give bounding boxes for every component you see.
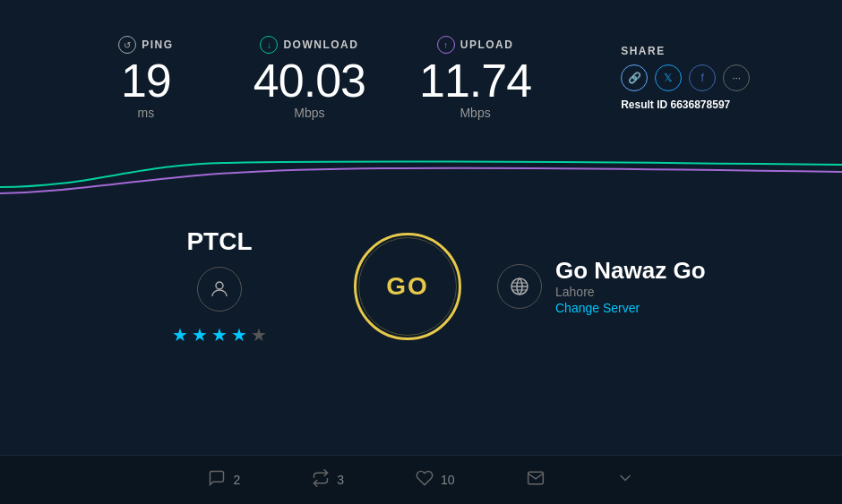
stats-section: ↺ PING 19 ms ↓ DOWNLOAD 40.03 Mbps ↑ UPL…	[0, 0, 842, 138]
ping-stat: ↺ PING 19 ms	[92, 36, 200, 120]
svg-point-0	[216, 282, 223, 289]
like-count: 10	[441, 473, 455, 487]
ping-header: ↺ PING	[118, 36, 173, 54]
go-button[interactable]: GO	[354, 233, 461, 340]
bottom-section: PTCL ★ ★ ★ ★ ★ GO	[0, 227, 842, 346]
isp-side: PTCL ★ ★ ★ ★ ★	[121, 227, 318, 346]
comment-count: 2	[233, 473, 240, 487]
mail-button[interactable]	[527, 469, 545, 491]
globe-icon	[497, 264, 542, 309]
like-button[interactable]: 10	[416, 469, 455, 491]
comment-button[interactable]: 2	[208, 469, 240, 491]
ping-value: 19	[121, 57, 171, 104]
retweet-button[interactable]: 3	[312, 469, 344, 491]
share-twitter-button[interactable]: 𝕏	[655, 64, 682, 91]
wave-svg	[0, 147, 842, 201]
server-info: Go Nawaz Go Lahore Change Server	[555, 258, 706, 316]
download-unit: Mbps	[294, 106, 324, 120]
ping-label: PING	[142, 38, 173, 51]
server-name: Go Nawaz Go	[555, 258, 706, 284]
upload-stat: ↑ UPLOAD 11.74 Mbps	[419, 36, 531, 120]
star-5: ★	[251, 324, 267, 346]
retweet-count: 3	[337, 473, 344, 487]
go-button-container: GO	[354, 233, 461, 340]
share-icons: 🔗 𝕏 f ···	[621, 64, 750, 91]
share-facebook-button[interactable]: f	[689, 64, 716, 91]
share-label: SHARE	[621, 45, 666, 57]
upload-unit: Mbps	[460, 106, 490, 120]
share-link-button[interactable]: 🔗	[621, 64, 648, 91]
chevron-down-icon	[616, 469, 634, 491]
server-location: Lahore	[555, 285, 706, 299]
wave-container	[0, 147, 842, 201]
star-4: ★	[231, 324, 247, 346]
download-stat: ↓ DOWNLOAD 40.03 Mbps	[253, 36, 365, 120]
mail-icon	[527, 469, 545, 491]
like-icon	[416, 469, 434, 491]
upload-label: UPLOAD	[460, 38, 514, 51]
download-value: 40.03	[253, 57, 365, 104]
user-avatar-icon	[197, 267, 242, 312]
bottom-toolbar: 2 3 10	[0, 455, 842, 504]
download-icon: ↓	[260, 36, 278, 54]
download-header: ↓ DOWNLOAD	[260, 36, 358, 54]
star-2: ★	[192, 324, 208, 346]
upload-icon: ↑	[437, 36, 455, 54]
go-button-label: GO	[386, 272, 429, 301]
result-id-value: 6636878597	[671, 98, 731, 111]
star-1: ★	[172, 324, 188, 346]
result-id-label: Result ID	[621, 98, 667, 111]
share-section: SHARE 🔗 𝕏 f ··· Result ID 6636878597	[621, 36, 750, 111]
expand-button[interactable]	[616, 469, 634, 491]
upload-header: ↑ UPLOAD	[437, 36, 514, 54]
retweet-icon	[312, 469, 330, 491]
download-label: DOWNLOAD	[283, 38, 358, 51]
main-content: ↺ PING 19 ms ↓ DOWNLOAD 40.03 Mbps ↑ UPL…	[0, 0, 842, 448]
server-side: Go Nawaz Go Lahore Change Server	[497, 258, 721, 316]
comment-icon	[208, 469, 226, 491]
change-server-button[interactable]: Change Server	[555, 301, 706, 315]
share-more-button[interactable]: ···	[723, 64, 750, 91]
result-id: Result ID 6636878597	[621, 98, 730, 111]
star-3: ★	[211, 324, 228, 346]
upload-value: 11.74	[419, 57, 531, 104]
ping-icon: ↺	[118, 36, 136, 54]
ping-unit: ms	[138, 106, 155, 120]
isp-name: PTCL	[186, 227, 252, 256]
rating-stars: ★ ★ ★ ★ ★	[172, 324, 267, 346]
